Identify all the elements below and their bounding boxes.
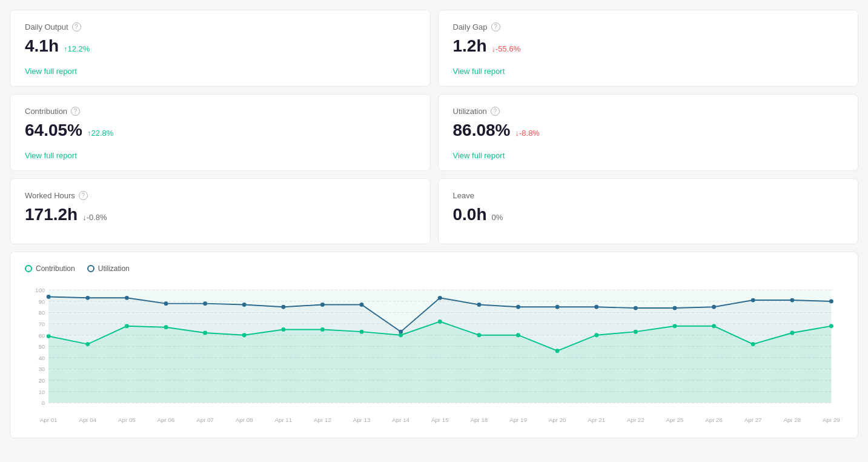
svg-point-43 — [751, 298, 755, 303]
legend-contribution-label: Contribution — [36, 264, 75, 273]
daily-output-label: Daily Output — [25, 22, 68, 32]
contribution-title: Contribution ? — [25, 107, 416, 116]
legend-utilization-dot — [87, 265, 94, 272]
svg-text:Apr 08: Apr 08 — [236, 417, 253, 423]
utilization-value-row: 86.08% ↓-8.8% — [453, 121, 844, 140]
daily-gap-change: ↓-55.6% — [492, 44, 521, 53]
contribution-card: Contribution ? 64.05% ↑22.8% View full r… — [10, 94, 431, 171]
svg-point-54 — [360, 330, 364, 334]
daily-output-value: 4.1h — [25, 36, 59, 56]
svg-text:Apr 21: Apr 21 — [588, 417, 605, 423]
leave-title: Leave — [453, 191, 844, 200]
daily-gap-label: Daily Gap — [453, 22, 488, 32]
legend-contribution-dot — [25, 265, 32, 272]
daily-output-title: Daily Output ? — [25, 22, 416, 32]
svg-point-29 — [203, 301, 207, 306]
svg-text:20: 20 — [38, 377, 45, 384]
svg-text:Apr 18: Apr 18 — [471, 417, 488, 423]
svg-point-40 — [634, 306, 638, 310]
svg-text:Apr 01: Apr 01 — [40, 417, 58, 423]
svg-point-50 — [203, 331, 207, 335]
svg-text:80: 80 — [38, 309, 45, 316]
svg-point-52 — [281, 327, 285, 332]
svg-text:Apr 20: Apr 20 — [549, 417, 566, 423]
svg-point-42 — [712, 305, 716, 309]
svg-text:Apr 26: Apr 26 — [705, 417, 723, 423]
chart-card: Contribution Utilization 100908070605040… — [10, 252, 858, 438]
svg-point-26 — [85, 296, 90, 300]
utilization-help-icon[interactable]: ? — [491, 107, 500, 116]
svg-text:90: 90 — [38, 298, 45, 305]
contribution-value: 64.05% — [25, 121, 82, 140]
svg-marker-24 — [48, 296, 831, 403]
svg-text:Apr 12: Apr 12 — [314, 417, 331, 423]
svg-point-56 — [438, 320, 442, 324]
chart-container: 1009080706050403020100Apr 01Apr 04Apr 05… — [25, 283, 843, 428]
svg-point-25 — [47, 295, 51, 299]
svg-point-41 — [673, 306, 677, 310]
svg-text:60: 60 — [38, 332, 45, 339]
svg-point-61 — [634, 330, 638, 334]
svg-point-51 — [242, 333, 247, 337]
svg-text:Apr 11: Apr 11 — [274, 417, 292, 423]
contribution-help-icon[interactable]: ? — [71, 107, 80, 116]
svg-point-35 — [438, 296, 442, 300]
svg-text:50: 50 — [38, 343, 45, 350]
svg-point-33 — [360, 303, 364, 307]
svg-point-27 — [125, 296, 129, 300]
worked-hours-title: Worked Hours ? — [25, 191, 416, 200]
daily-output-help-icon[interactable]: ? — [72, 22, 81, 32]
utilization-change: ↓-8.8% — [515, 129, 539, 138]
utilization-title: Utilization ? — [453, 107, 844, 116]
svg-point-31 — [281, 305, 285, 309]
legend-contribution: Contribution — [25, 264, 75, 273]
svg-point-55 — [399, 333, 403, 337]
leave-value: 0.0h — [453, 205, 487, 224]
worked-hours-help-icon[interactable]: ? — [79, 191, 88, 200]
utilization-card: Utilization ? 86.08% ↓-8.8% View full re… — [438, 94, 859, 171]
daily-output-link[interactable]: View full report — [25, 67, 77, 76]
chart-legend: Contribution Utilization — [25, 264, 843, 273]
svg-point-62 — [673, 324, 677, 328]
daily-output-card: Daily Output ? 4.1h ↑12.2% View full rep… — [10, 10, 431, 87]
leave-card: Leave 0.0h 0% — [438, 178, 859, 244]
worked-hours-change: ↓-0.8% — [82, 213, 107, 222]
svg-point-46 — [47, 334, 51, 338]
svg-text:Apr 28: Apr 28 — [783, 417, 801, 423]
contribution-change: ↑22.8% — [87, 129, 113, 138]
contribution-link[interactable]: View full report — [25, 151, 77, 160]
svg-point-64 — [751, 342, 755, 346]
svg-text:100: 100 — [35, 287, 45, 293]
svg-point-32 — [320, 303, 325, 307]
svg-text:Apr 27: Apr 27 — [744, 417, 762, 423]
daily-output-value-row: 4.1h ↑12.2% — [25, 36, 416, 56]
utilization-link[interactable]: View full report — [453, 151, 505, 160]
svg-text:Apr 19: Apr 19 — [509, 417, 527, 423]
svg-text:30: 30 — [38, 366, 45, 372]
svg-point-58 — [516, 333, 520, 337]
svg-point-53 — [320, 327, 325, 332]
daily-gap-help-icon[interactable]: ? — [491, 22, 500, 32]
svg-point-44 — [790, 298, 794, 303]
legend-utilization: Utilization — [87, 264, 130, 273]
contribution-value-row: 64.05% ↑22.8% — [25, 121, 416, 140]
daily-gap-link[interactable]: View full report — [453, 67, 505, 76]
svg-point-37 — [516, 305, 520, 309]
daily-output-change: ↑12.2% — [64, 44, 90, 53]
daily-gap-title: Daily Gap ? — [453, 22, 844, 32]
svg-text:Apr 29: Apr 29 — [823, 417, 840, 423]
svg-point-39 — [594, 305, 598, 309]
daily-gap-card: Daily Gap ? 1.2h ↓-55.6% View full repor… — [438, 10, 859, 87]
daily-gap-value-row: 1.2h ↓-55.6% — [453, 36, 844, 56]
svg-point-28 — [164, 301, 168, 306]
worked-hours-card: Worked Hours ? 171.2h ↓-0.8% — [10, 178, 431, 244]
worked-hours-value: 171.2h — [25, 205, 78, 224]
svg-text:Apr 25: Apr 25 — [666, 417, 684, 423]
svg-text:Apr 13: Apr 13 — [353, 417, 371, 423]
svg-text:Apr 05: Apr 05 — [118, 417, 136, 423]
svg-point-66 — [829, 324, 833, 328]
svg-point-47 — [85, 342, 90, 346]
svg-text:40: 40 — [38, 355, 45, 361]
svg-text:0: 0 — [42, 400, 45, 406]
svg-point-63 — [712, 324, 716, 328]
